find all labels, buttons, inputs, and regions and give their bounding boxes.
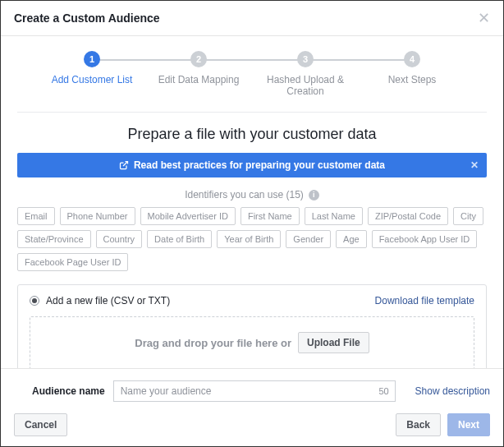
svg-line-0 — [123, 162, 128, 167]
download-template-link[interactable]: Download file template — [375, 295, 474, 306]
step-label: Edit Data Mapping — [145, 74, 252, 85]
best-practices-banner[interactable]: Read best practices for preparing your c… — [17, 153, 487, 177]
dropzone-text: Drag and drop your file here or — [135, 337, 291, 349]
step-label: Hashed Upload & Creation — [252, 74, 359, 97]
step-line — [92, 59, 199, 61]
banner-text: Read best practices for preparing your c… — [134, 159, 385, 171]
close-icon[interactable]: ✕ — [478, 11, 490, 25]
modal: Create a Custom Audience ✕ 1Add Customer… — [0, 0, 504, 447]
identifier-chip[interactable]: First Name — [241, 207, 300, 225]
identifier-chip[interactable]: Age — [336, 230, 367, 248]
modal-footer: Audience name 50 Show description Cancel… — [1, 368, 503, 446]
identifier-chip[interactable]: Phone Number — [60, 207, 135, 225]
audience-name-row: Audience name 50 Show description — [32, 380, 490, 402]
stepper: 1Add Customer List2Edit Data Mapping3Has… — [17, 48, 487, 97]
modal-title: Create a Custom Audience — [14, 12, 160, 25]
step-circle: 1 — [84, 51, 100, 67]
identifier-chip[interactable]: Mobile Advertiser ID — [140, 207, 236, 225]
identifier-chip[interactable]: ZIP/Postal Code — [368, 207, 448, 225]
step-label: Add Customer List — [39, 74, 145, 85]
panel-head: Add a new file (CSV or TXT) Download fil… — [30, 295, 474, 306]
identifier-chip[interactable]: City — [453, 207, 483, 225]
modal-body-scroll[interactable]: 1Add Customer List2Edit Data Mapping3Has… — [1, 36, 503, 368]
step-circle: 4 — [404, 51, 420, 67]
audience-name-label: Audience name — [32, 385, 105, 397]
step-3[interactable]: 3Hashed Upload & Creation — [252, 51, 359, 97]
upload-file-button[interactable]: Upload File — [298, 332, 369, 353]
step-4[interactable]: 4Next Steps — [359, 51, 465, 85]
identifier-chip[interactable]: Email — [17, 207, 55, 225]
external-link-icon — [119, 160, 129, 170]
footer-buttons: Cancel Back Next — [14, 413, 490, 436]
add-file-label: Add a new file (CSV or TXT) — [46, 295, 170, 306]
modal-header: Create a Custom Audience ✕ — [1, 1, 503, 36]
cancel-button[interactable]: Cancel — [14, 413, 67, 436]
show-description-link[interactable]: Show description — [415, 385, 490, 397]
file-dropzone[interactable]: Drag and drop your file here or Upload F… — [30, 316, 474, 368]
identifier-chip[interactable]: State/Province — [17, 230, 91, 248]
section-heading: Prepare a file with your customer data — [17, 126, 487, 143]
identifier-chip[interactable]: Date of Birth — [147, 230, 212, 248]
identifier-chip[interactable]: Gender — [286, 230, 331, 248]
identifier-chip[interactable]: Facebook App User ID — [372, 230, 478, 248]
add-file-option[interactable]: Add a new file (CSV or TXT) — [30, 295, 170, 306]
back-button[interactable]: Back — [396, 413, 441, 436]
identifiers-label: Identifiers you can use (15) — [185, 189, 304, 200]
add-file-panel: Add a new file (CSV or TXT) Download fil… — [17, 284, 487, 368]
identifier-chip[interactable]: Facebook Page User ID — [17, 253, 128, 271]
audience-name-count: 50 — [378, 386, 388, 396]
step-line — [199, 59, 305, 61]
step-circle: 3 — [297, 51, 314, 67]
banner-close-icon[interactable]: ✕ — [470, 159, 479, 171]
identifier-chip[interactable]: Country — [96, 230, 143, 248]
audience-name-input[interactable] — [113, 380, 396, 402]
step-label: Next Steps — [359, 74, 465, 85]
identifier-chips: EmailPhone NumberMobile Advertiser IDFir… — [17, 207, 487, 271]
step-line — [305, 59, 412, 61]
identifier-chip[interactable]: Last Name — [305, 207, 363, 225]
step-2[interactable]: 2Edit Data Mapping — [145, 51, 252, 85]
step-circle: 2 — [190, 51, 207, 67]
next-button[interactable]: Next — [447, 413, 490, 436]
divider — [17, 112, 487, 113]
identifier-chip[interactable]: Year of Birth — [217, 230, 281, 248]
radio-icon — [30, 296, 39, 306]
identifiers-header: Identifiers you can use (15) i — [17, 189, 487, 200]
info-icon[interactable]: i — [309, 190, 319, 200]
step-1[interactable]: 1Add Customer List — [39, 51, 145, 85]
modal-body: 1Add Customer List2Edit Data Mapping3Has… — [1, 36, 503, 368]
